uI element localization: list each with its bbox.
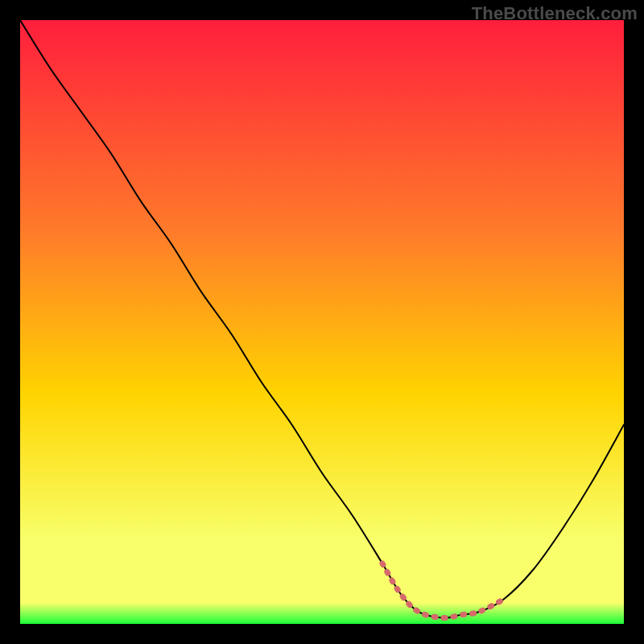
chart-svg: [20, 20, 624, 624]
gradient-background: [20, 20, 624, 624]
chart: [20, 20, 624, 624]
